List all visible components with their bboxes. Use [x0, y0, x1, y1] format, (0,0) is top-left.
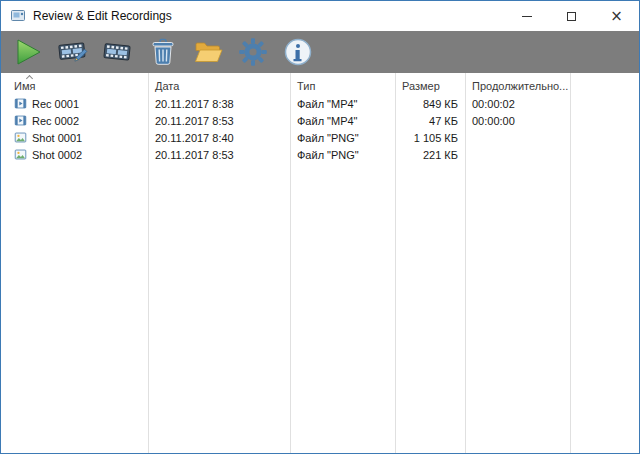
file-duration: 00:00:02: [465, 98, 570, 110]
file-size: 1 105 КБ: [395, 132, 465, 144]
app-icon: [10, 8, 26, 24]
column-header-date[interactable]: Дата: [148, 73, 290, 95]
file-type: Файл "PNG": [290, 132, 395, 144]
file-list: Имя Дата Тип Размер Продолжительно...: [1, 73, 639, 453]
file-name-cell: Rec 0002: [1, 114, 148, 127]
column-divider: [290, 73, 291, 453]
settings-button[interactable]: [236, 36, 269, 69]
maximize-button[interactable]: [549, 1, 594, 31]
play-button[interactable]: [11, 36, 44, 69]
file-row[interactable]: Shot 0001 20.11.2017 8:40 Файл "PNG" 1 1…: [1, 129, 639, 146]
file-type: Файл "MP4": [290, 98, 395, 110]
column-header-label: Продолжительно...: [472, 80, 568, 92]
file-size: 47 КБ: [395, 115, 465, 127]
file-date: 20.11.2017 8:53: [148, 149, 290, 161]
column-divider: [395, 73, 396, 453]
file-size: 849 КБ: [395, 98, 465, 110]
column-header-label: Размер: [402, 80, 440, 92]
trash-icon: [148, 37, 178, 67]
maximize-icon: [567, 12, 576, 21]
close-icon: ×: [610, 9, 623, 24]
gear-icon: [238, 37, 268, 67]
list-header: Имя Дата Тип Размер Продолжительно...: [1, 73, 639, 95]
play-icon: [13, 37, 43, 67]
minimize-button[interactable]: [504, 1, 549, 31]
delete-button[interactable]: [146, 36, 179, 69]
file-duration: 00:00:00: [465, 115, 570, 127]
file-row[interactable]: Rec 0002 20.11.2017 8:53 Файл "MP4" 47 К…: [1, 112, 639, 129]
column-header-label: Тип: [297, 80, 315, 92]
column-header-type[interactable]: Тип: [290, 73, 395, 95]
column-divider: [465, 73, 466, 453]
column-header-label: Дата: [155, 80, 179, 92]
open-folder-button[interactable]: [191, 36, 224, 69]
file-size: 221 КБ: [395, 149, 465, 161]
info-icon: [283, 37, 313, 67]
file-name-cell: Shot 0002: [1, 148, 148, 161]
minimize-icon: [522, 16, 532, 17]
file-name: Shot 0002: [32, 149, 82, 161]
window-title: Review & Edit Recordings: [33, 9, 172, 23]
file-row[interactable]: Shot 0002 20.11.2017 8:53 Файл "PNG" 221…: [1, 146, 639, 163]
app-window: Review & Edit Recordings ×: [0, 0, 640, 454]
column-header-label: Имя: [14, 80, 35, 92]
file-type: Файл "PNG": [290, 149, 395, 161]
file-name: Rec 0002: [32, 115, 79, 127]
image-file-icon: [14, 148, 27, 161]
cut-video-button[interactable]: [101, 36, 134, 69]
info-button[interactable]: [281, 36, 314, 69]
file-type: Файл "MP4": [290, 115, 395, 127]
file-row[interactable]: Rec 0001 20.11.2017 8:38 Файл "MP4" 849 …: [1, 95, 639, 112]
video-file-icon: [14, 114, 27, 127]
file-name-cell: Rec 0001: [1, 97, 148, 110]
column-header-name[interactable]: Имя: [1, 73, 148, 95]
video-file-icon: [14, 97, 27, 110]
toolbar: [1, 31, 639, 73]
file-name: Rec 0001: [32, 98, 79, 110]
file-date: 20.11.2017 8:40: [148, 132, 290, 144]
column-header-size[interactable]: Размер: [395, 73, 465, 95]
film-edit-icon: [58, 37, 88, 67]
edit-video-button[interactable]: [56, 36, 89, 69]
file-date: 20.11.2017 8:53: [148, 115, 290, 127]
file-name-cell: Shot 0001: [1, 131, 148, 144]
file-list-body: Rec 0001 20.11.2017 8:38 Файл "MP4" 849 …: [1, 95, 639, 163]
file-date: 20.11.2017 8:38: [148, 98, 290, 110]
titlebar[interactable]: Review & Edit Recordings ×: [1, 1, 639, 31]
column-divider: [148, 73, 149, 453]
column-header-duration[interactable]: Продолжительно...: [465, 73, 570, 95]
film-strip-icon: [103, 37, 133, 67]
column-divider: [570, 73, 571, 453]
folder-icon: [193, 37, 223, 67]
close-button[interactable]: ×: [594, 1, 639, 31]
window-controls: ×: [504, 1, 639, 31]
image-file-icon: [14, 131, 27, 144]
file-name: Shot 0001: [32, 132, 82, 144]
